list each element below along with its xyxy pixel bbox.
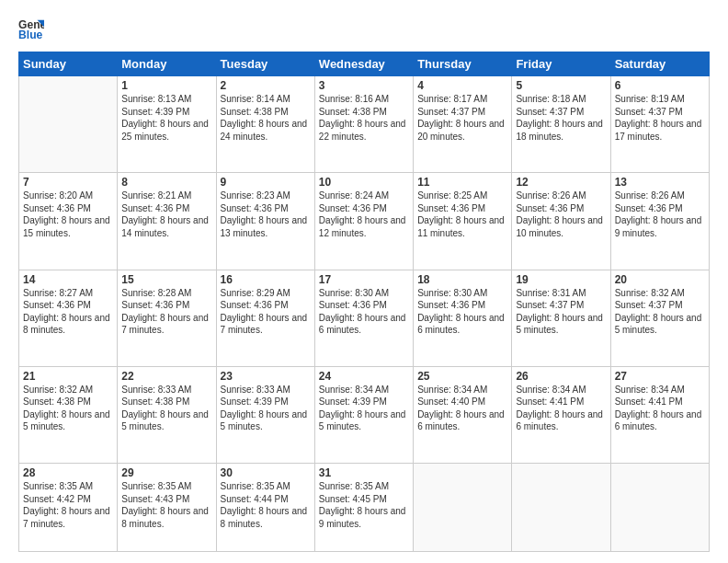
day-number: 12 [516, 176, 606, 189]
weekday-wednesday: Wednesday [314, 52, 413, 76]
cell-info: Sunrise: 8:14 AMSunset: 4:38 PMDaylight:… [221, 93, 311, 143]
calendar-cell: 20Sunrise: 8:32 AMSunset: 4:37 PMDayligh… [610, 270, 709, 366]
calendar-cell: 10Sunrise: 8:24 AMSunset: 4:36 PMDayligh… [314, 173, 413, 270]
calendar-cell: 22Sunrise: 8:33 AMSunset: 4:38 PMDayligh… [118, 366, 216, 463]
cell-info: Sunrise: 8:16 AMSunset: 4:38 PMDaylight:… [319, 93, 409, 143]
day-number: 4 [417, 79, 507, 92]
day-number: 9 [221, 176, 311, 189]
calendar-cell: 31Sunrise: 8:35 AMSunset: 4:45 PMDayligh… [314, 464, 413, 552]
cell-info: Sunrise: 8:25 AMSunset: 4:36 PMDaylight:… [417, 190, 507, 239]
cell-info: Sunrise: 8:34 AMSunset: 4:39 PMDaylight:… [319, 384, 409, 433]
calendar-cell [19, 76, 118, 173]
calendar-cell: 26Sunrise: 8:34 AMSunset: 4:41 PMDayligh… [512, 366, 610, 463]
calendar-cell: 21Sunrise: 8:32 AMSunset: 4:38 PMDayligh… [19, 366, 118, 463]
calendar-cell: 27Sunrise: 8:34 AMSunset: 4:41 PMDayligh… [610, 366, 709, 463]
day-number: 29 [121, 466, 211, 479]
cell-info: Sunrise: 8:26 AMSunset: 4:36 PMDaylight:… [615, 190, 705, 239]
day-number: 24 [319, 370, 409, 383]
logo-icon: General Blue [18, 17, 44, 42]
day-number: 22 [121, 370, 211, 383]
calendar-cell: 19Sunrise: 8:31 AMSunset: 4:37 PMDayligh… [512, 270, 610, 366]
cell-info: Sunrise: 8:26 AMSunset: 4:36 PMDaylight:… [516, 190, 606, 239]
calendar-cell: 11Sunrise: 8:25 AMSunset: 4:36 PMDayligh… [414, 173, 512, 270]
cell-info: Sunrise: 8:24 AMSunset: 4:36 PMDaylight:… [319, 190, 409, 239]
day-number: 13 [615, 176, 705, 189]
day-number: 30 [221, 466, 311, 479]
day-number: 15 [121, 273, 211, 286]
calendar-cell: 13Sunrise: 8:26 AMSunset: 4:36 PMDayligh… [610, 173, 709, 270]
calendar-cell [610, 464, 709, 552]
cell-info: Sunrise: 8:35 AMSunset: 4:42 PMDaylight:… [23, 480, 113, 530]
cell-info: Sunrise: 8:32 AMSunset: 4:37 PMDaylight:… [615, 287, 705, 337]
day-number: 17 [319, 273, 409, 286]
day-number: 11 [417, 176, 507, 189]
calendar-cell: 4Sunrise: 8:17 AMSunset: 4:37 PMDaylight… [414, 76, 512, 173]
day-number: 6 [615, 79, 705, 92]
cell-info: Sunrise: 8:34 AMSunset: 4:41 PMDaylight:… [516, 384, 606, 433]
calendar-cell: 15Sunrise: 8:28 AMSunset: 4:36 PMDayligh… [118, 270, 216, 366]
weekday-friday: Friday [512, 52, 610, 76]
day-number: 1 [121, 79, 211, 92]
week-row-3: 21Sunrise: 8:32 AMSunset: 4:38 PMDayligh… [19, 366, 710, 463]
calendar-cell: 25Sunrise: 8:34 AMSunset: 4:40 PMDayligh… [414, 366, 512, 463]
day-number: 18 [417, 273, 507, 286]
page: General Blue SundayMondayTuesdayWednesda… [0, 0, 728, 563]
calendar-cell: 23Sunrise: 8:33 AMSunset: 4:39 PMDayligh… [216, 366, 314, 463]
cell-info: Sunrise: 8:35 AMSunset: 4:44 PMDaylight:… [221, 480, 311, 530]
cell-info: Sunrise: 8:33 AMSunset: 4:39 PMDaylight:… [221, 384, 311, 433]
day-number: 8 [121, 176, 211, 189]
calendar-cell: 30Sunrise: 8:35 AMSunset: 4:44 PMDayligh… [216, 464, 314, 552]
cell-info: Sunrise: 8:27 AMSunset: 4:36 PMDaylight:… [23, 287, 113, 337]
weekday-tuesday: Tuesday [216, 52, 314, 76]
logo: General Blue [18, 17, 44, 42]
day-number: 2 [221, 79, 311, 92]
svg-text:Blue: Blue [18, 29, 43, 41]
calendar-cell: 29Sunrise: 8:35 AMSunset: 4:43 PMDayligh… [118, 464, 216, 552]
day-number: 19 [516, 273, 606, 286]
week-row-4: 28Sunrise: 8:35 AMSunset: 4:42 PMDayligh… [19, 464, 710, 552]
cell-info: Sunrise: 8:13 AMSunset: 4:39 PMDaylight:… [121, 93, 211, 143]
calendar-cell: 14Sunrise: 8:27 AMSunset: 4:36 PMDayligh… [19, 270, 118, 366]
cell-info: Sunrise: 8:17 AMSunset: 4:37 PMDaylight:… [417, 93, 507, 143]
calendar-cell: 1Sunrise: 8:13 AMSunset: 4:39 PMDaylight… [118, 76, 216, 173]
day-number: 25 [417, 370, 507, 383]
calendar-cell: 8Sunrise: 8:21 AMSunset: 4:36 PMDaylight… [118, 173, 216, 270]
cell-info: Sunrise: 8:28 AMSunset: 4:36 PMDaylight:… [121, 287, 211, 337]
calendar-cell: 28Sunrise: 8:35 AMSunset: 4:42 PMDayligh… [19, 464, 118, 552]
day-number: 7 [23, 176, 113, 189]
cell-info: Sunrise: 8:19 AMSunset: 4:37 PMDaylight:… [615, 93, 705, 143]
cell-info: Sunrise: 8:18 AMSunset: 4:37 PMDaylight:… [516, 93, 606, 143]
cell-info: Sunrise: 8:29 AMSunset: 4:36 PMDaylight:… [221, 287, 311, 337]
calendar-cell: 5Sunrise: 8:18 AMSunset: 4:37 PMDaylight… [512, 76, 610, 173]
cell-info: Sunrise: 8:35 AMSunset: 4:45 PMDaylight:… [319, 480, 409, 530]
calendar-cell [414, 464, 512, 552]
calendar-cell: 3Sunrise: 8:16 AMSunset: 4:38 PMDaylight… [314, 76, 413, 173]
header: General Blue [18, 17, 710, 42]
day-number: 20 [615, 273, 705, 286]
weekday-header-row: SundayMondayTuesdayWednesdayThursdayFrid… [19, 52, 710, 76]
weekday-saturday: Saturday [610, 52, 709, 76]
week-row-1: 7Sunrise: 8:20 AMSunset: 4:36 PMDaylight… [19, 173, 710, 270]
cell-info: Sunrise: 8:23 AMSunset: 4:36 PMDaylight:… [221, 190, 311, 239]
day-number: 16 [221, 273, 311, 286]
day-number: 14 [23, 273, 113, 286]
calendar-table: SundayMondayTuesdayWednesdayThursdayFrid… [18, 52, 710, 552]
cell-info: Sunrise: 8:33 AMSunset: 4:38 PMDaylight:… [121, 384, 211, 433]
calendar-cell: 16Sunrise: 8:29 AMSunset: 4:36 PMDayligh… [216, 270, 314, 366]
calendar-cell: 7Sunrise: 8:20 AMSunset: 4:36 PMDaylight… [19, 173, 118, 270]
calendar-cell: 2Sunrise: 8:14 AMSunset: 4:38 PMDaylight… [216, 76, 314, 173]
calendar-cell: 9Sunrise: 8:23 AMSunset: 4:36 PMDaylight… [216, 173, 314, 270]
weekday-monday: Monday [118, 52, 216, 76]
day-number: 3 [319, 79, 409, 92]
week-row-0: 1Sunrise: 8:13 AMSunset: 4:39 PMDaylight… [19, 76, 710, 173]
calendar-cell: 24Sunrise: 8:34 AMSunset: 4:39 PMDayligh… [314, 366, 413, 463]
cell-info: Sunrise: 8:30 AMSunset: 4:36 PMDaylight:… [417, 287, 507, 337]
cell-info: Sunrise: 8:30 AMSunset: 4:36 PMDaylight:… [319, 287, 409, 337]
day-number: 26 [516, 370, 606, 383]
calendar-cell: 17Sunrise: 8:30 AMSunset: 4:36 PMDayligh… [314, 270, 413, 366]
day-number: 10 [319, 176, 409, 189]
calendar-cell: 6Sunrise: 8:19 AMSunset: 4:37 PMDaylight… [610, 76, 709, 173]
calendar-cell: 12Sunrise: 8:26 AMSunset: 4:36 PMDayligh… [512, 173, 610, 270]
cell-info: Sunrise: 8:31 AMSunset: 4:37 PMDaylight:… [516, 287, 606, 337]
calendar-cell: 18Sunrise: 8:30 AMSunset: 4:36 PMDayligh… [414, 270, 512, 366]
